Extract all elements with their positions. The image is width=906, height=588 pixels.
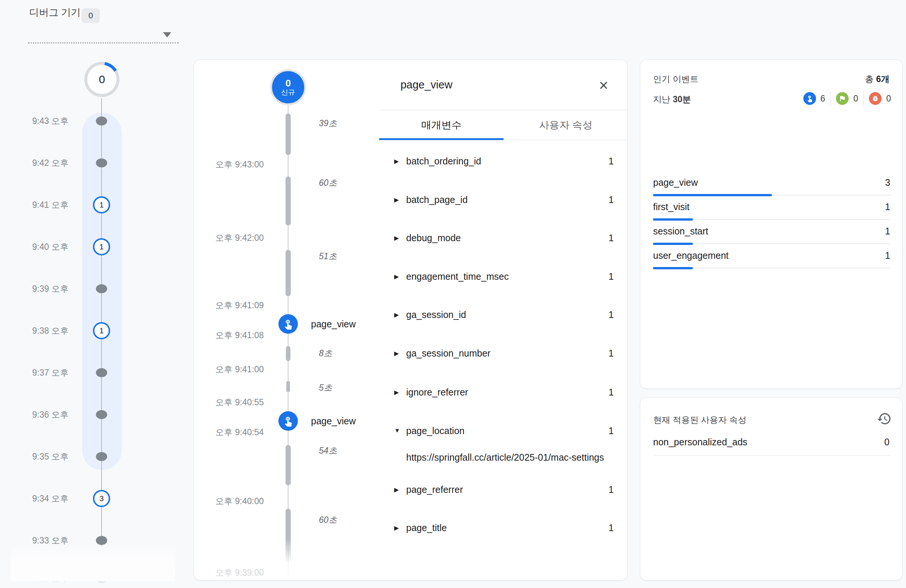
minute-dot	[96, 368, 107, 377]
chevron-down-icon	[163, 32, 171, 37]
minute-row: 9:39 오후	[0, 279, 180, 298]
row-divider	[653, 456, 890, 456]
event-count-bar	[653, 267, 693, 269]
touch-events-count: 6	[821, 94, 825, 104]
flag-icon[interactable]	[836, 92, 849, 105]
expand-arrow-icon: ▶	[394, 350, 406, 357]
top-events-card: 인기 이벤트 총 6개 지난 30분 6 0 0 page_view 3 fir…	[640, 59, 903, 389]
event-detail-panel: 0 신규 39초 60초 51초 8초 5초 54초 60초 오후 9:43:0…	[194, 59, 628, 580]
parameter-row[interactable]: ▶ page_referrer 1	[394, 481, 614, 498]
event-detail-title: page_view	[318, 79, 535, 91]
minute-row: 9:38 오후 1	[0, 321, 180, 341]
period-label: 지난 30분	[653, 94, 691, 105]
timestamp-label: 오후 9:41:09	[199, 300, 264, 311]
engagement-segment	[286, 508, 291, 563]
expand-arrow-icon: ▶	[394, 389, 406, 396]
duration-label: 54초	[319, 445, 337, 456]
expand-arrow-icon: ▶	[394, 234, 406, 242]
user-properties-card: 현재 적용된 사용자 속성 non_personalized_ads 0	[640, 397, 903, 580]
timestamp-label: 오후 9:40:55	[199, 397, 264, 408]
engagement-segment	[286, 381, 290, 392]
tap-event-icon[interactable]	[278, 411, 298, 431]
session-timeline-axis	[288, 104, 289, 579]
parameter-row[interactable]: ▶ batch_page_id 1	[394, 191, 614, 208]
timeline-event-name[interactable]: page_view	[311, 318, 356, 330]
expand-arrow-icon: ▶	[394, 158, 406, 165]
minute-dot	[96, 158, 107, 167]
minute-dot	[96, 116, 107, 126]
minute-label: 9:38 오후	[32, 321, 83, 341]
timeline-event-name[interactable]: page_view	[311, 415, 356, 427]
collapse-arrow-icon: ▼	[394, 427, 406, 434]
engagement-segment	[286, 177, 291, 225]
minute-event-count-circle[interactable]: 3	[93, 490, 110, 507]
minute-dot	[96, 284, 107, 293]
tab-user-properties[interactable]: 사용자 속성	[504, 110, 628, 140]
engagement-segment	[286, 445, 291, 485]
parameter-row[interactable]: ▶ ignore_referrer 1	[394, 384, 614, 400]
minute-label: 9:35 오후	[32, 447, 83, 466]
bug-events-count: 0	[886, 94, 891, 104]
tap-event-icon[interactable]	[278, 314, 298, 334]
parameter-row[interactable]: ▶ debug_mode 1	[394, 229, 614, 246]
minute-label: 9:42 오후	[32, 153, 83, 173]
flag-events-count: 0	[853, 94, 858, 104]
parameter-row[interactable]: ▶ engagement_time_msec 1	[394, 268, 614, 285]
minute-label: 9:37 오후	[32, 363, 83, 382]
minute-row: 9:40 오후 1	[0, 237, 180, 257]
parameter-row[interactable]: ▶ page_title 1	[394, 519, 614, 536]
minute-label: 9:41 오후	[32, 195, 83, 215]
duration-label: 60초	[319, 177, 337, 188]
parameter-row[interactable]: ▼ page_location 1	[394, 422, 614, 439]
minute-row: 9:42 오후	[0, 153, 180, 173]
timestamp-label: 오후 9:39:00	[199, 567, 264, 578]
touch-events-icon[interactable]	[803, 92, 816, 105]
user-properties-title: 현재 적용된 사용자 속성	[653, 414, 746, 426]
minute-row: 9:35 오후	[0, 447, 180, 466]
expand-arrow-icon: ▶	[394, 524, 406, 531]
minute-label: 9:39 오후	[32, 279, 83, 298]
parameter-row[interactable]: ▶ ga_session_number 1	[394, 345, 614, 362]
timestamp-label: 오후 9:41:00	[199, 364, 264, 374]
timestamp-label: 오후 9:40:54	[199, 427, 264, 437]
debug-device-count-badge: 0	[82, 8, 100, 23]
expand-arrow-icon: ▶	[394, 196, 406, 203]
top-event-row[interactable]: user_engagement 1	[653, 246, 890, 270]
minute-label: 9:40 오후	[32, 237, 83, 257]
top-event-row[interactable]: first_visit 1	[653, 197, 890, 221]
engagement-segment	[286, 346, 290, 361]
history-icon[interactable]	[877, 411, 892, 426]
bug-icon[interactable]	[869, 92, 882, 105]
expand-arrow-icon: ▶	[394, 311, 406, 318]
minute-event-count-circle[interactable]: 1	[93, 238, 110, 255]
minute-row: 9:41 오후 1	[0, 195, 180, 215]
minute-label: 9:34 오후	[32, 489, 83, 508]
expand-arrow-icon: ▶	[394, 273, 406, 280]
duration-label: 60초	[319, 515, 337, 525]
tab-parameters[interactable]: 매개변수	[379, 110, 504, 140]
duration-label: 39초	[319, 118, 337, 129]
minute-event-count-circle[interactable]: 1	[93, 196, 110, 214]
event-count-bar	[653, 218, 693, 221]
minute-row: 9:43 오후	[0, 111, 180, 131]
parameter-row[interactable]: ▶ batch_ordering_id 1	[394, 153, 614, 169]
top-event-row[interactable]: session_start 1	[653, 221, 890, 246]
minute-dot	[96, 452, 107, 461]
close-icon[interactable]	[597, 79, 610, 92]
top-events-title: 인기 이벤트	[653, 73, 699, 85]
event-count-bar	[653, 194, 772, 196]
timestamp-label: 오후 9:42:00	[199, 233, 264, 243]
device-select-dropdown[interactable]	[28, 22, 179, 43]
engagement-segment	[286, 250, 291, 296]
counter-divider	[863, 91, 864, 106]
parameter-row[interactable]: ▶ ga_session_id 1	[394, 306, 614, 323]
minute-row: 9:37 오후	[0, 363, 180, 382]
engagement-segment	[286, 113, 291, 155]
detail-tabs: 매개변수 사용자 속성	[379, 110, 628, 140]
minute-event-count-circle[interactable]: 1	[93, 322, 110, 339]
top-event-row[interactable]: page_view 3	[653, 173, 890, 197]
top-events-total: 총 6개	[865, 73, 890, 85]
minute-label: 9:36 오후	[32, 405, 83, 424]
minute-dot	[96, 410, 107, 419]
debug-devices-title: 디버그 기기	[29, 6, 81, 19]
